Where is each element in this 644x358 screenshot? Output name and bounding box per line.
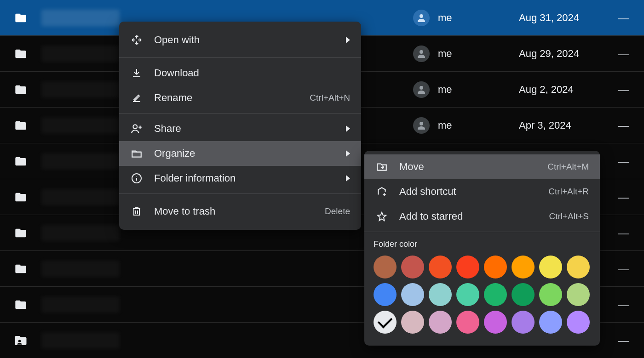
submenu-move[interactable]: Move Ctrl+Alt+M <box>364 154 600 179</box>
owner-name: me <box>438 119 452 131</box>
color-swatch[interactable] <box>484 256 507 278</box>
color-swatch[interactable] <box>456 256 479 278</box>
size-cell: — <box>611 262 633 275</box>
folder-cell <box>13 332 413 349</box>
folder-icon <box>13 191 29 204</box>
menu-open-with[interactable]: Open with <box>119 25 361 55</box>
avatar-icon <box>413 45 430 62</box>
avatar-icon <box>413 10 430 26</box>
folder-color-section: Folder color <box>364 235 600 342</box>
menu-label: Download <box>154 67 350 79</box>
color-swatch[interactable] <box>374 256 397 278</box>
size-cell: — <box>611 298 633 311</box>
color-swatch[interactable] <box>567 283 590 306</box>
date-cell: Aug 31, 2024 <box>519 12 611 24</box>
menu-shortcut: Ctrl+Alt+R <box>548 187 589 197</box>
add-shortcut-icon <box>375 185 388 198</box>
color-swatch[interactable] <box>539 283 562 306</box>
menu-share[interactable]: Share <box>119 116 361 141</box>
size-cell: — <box>611 11 633 24</box>
color-swatch[interactable] <box>456 283 479 306</box>
color-swatch[interactable] <box>484 283 507 306</box>
color-swatch[interactable] <box>374 283 397 306</box>
color-swatch[interactable] <box>429 256 452 278</box>
date-cell: Apr 3, 2024 <box>519 119 611 131</box>
size-cell: — <box>611 83 633 96</box>
menu-label: Open with <box>154 34 335 46</box>
size-cell: — <box>611 334 633 347</box>
file-name-redacted <box>41 10 120 26</box>
info-icon <box>130 172 143 185</box>
share-icon <box>130 122 143 135</box>
color-swatch[interactable] <box>567 311 590 334</box>
color-swatch[interactable] <box>512 256 535 278</box>
menu-label: Add shortcut <box>399 186 537 198</box>
file-name-redacted <box>41 45 120 62</box>
color-swatch[interactable] <box>374 311 397 334</box>
file-name-redacted <box>41 332 120 349</box>
chevron-right-icon <box>346 175 350 182</box>
menu-shortcut: Ctrl+Alt+S <box>549 211 589 222</box>
svg-point-3 <box>420 122 423 125</box>
menu-label: Move to trash <box>154 205 314 217</box>
size-cell: — <box>611 227 633 239</box>
owner-name: me <box>438 48 452 60</box>
menu-move-to-trash[interactable]: Move to trash Delete <box>119 197 361 226</box>
color-swatch[interactable] <box>429 311 452 334</box>
star-icon <box>375 210 388 223</box>
file-name-redacted <box>41 296 120 313</box>
rename-icon <box>130 91 143 104</box>
chevron-right-icon <box>346 150 350 157</box>
avatar-icon <box>413 81 430 98</box>
color-swatch[interactable] <box>456 311 479 334</box>
trash-icon <box>130 205 143 218</box>
folder-icon <box>13 11 29 24</box>
menu-shortcut: Ctrl+Alt+M <box>547 162 589 172</box>
color-swatch[interactable] <box>401 283 424 306</box>
color-swatch[interactable] <box>401 256 424 278</box>
file-name-redacted <box>41 117 120 134</box>
owner-cell: me <box>413 117 519 134</box>
size-cell: — <box>611 191 633 204</box>
svg-point-5 <box>133 125 137 129</box>
color-swatch[interactable] <box>484 311 507 334</box>
color-swatch[interactable] <box>429 283 452 306</box>
download-icon <box>130 67 143 80</box>
menu-rename[interactable]: Rename Ctrl+Alt+N <box>119 85 361 110</box>
submenu-add-shortcut[interactable]: Add shortcut Ctrl+Alt+R <box>364 179 600 204</box>
chevron-right-icon <box>346 125 350 132</box>
date-cell: Aug 2, 2024 <box>519 84 611 96</box>
menu-folder-information[interactable]: Folder information <box>119 166 361 191</box>
folder-icon <box>13 47 29 60</box>
folder-cell <box>13 261 413 277</box>
menu-label: Organize <box>154 148 335 159</box>
open-with-icon <box>130 34 143 46</box>
folder-icon <box>13 83 29 96</box>
folder-icon <box>13 227 29 239</box>
chevron-right-icon <box>346 37 350 43</box>
menu-divider <box>364 232 600 232</box>
color-swatch[interactable] <box>567 256 590 278</box>
menu-divider <box>119 57 361 58</box>
context-menu: Open with Download Rename Ctrl+Alt+N Sha… <box>119 22 361 230</box>
move-icon <box>375 160 388 173</box>
color-swatch[interactable] <box>512 283 535 306</box>
menu-download[interactable]: Download <box>119 61 361 85</box>
color-swatch[interactable] <box>401 311 424 334</box>
menu-label: Move <box>399 161 536 173</box>
menu-organize[interactable]: Organize <box>119 141 361 166</box>
folder-icon <box>13 262 29 275</box>
file-name-redacted <box>41 153 120 170</box>
color-grid <box>374 256 591 334</box>
color-swatch[interactable] <box>539 256 562 278</box>
shared-folder-icon <box>13 334 29 347</box>
owner-cell: me <box>413 10 519 26</box>
svg-point-2 <box>420 86 423 90</box>
svg-point-0 <box>420 14 423 18</box>
menu-label: Folder information <box>154 172 335 184</box>
color-swatch[interactable] <box>512 311 535 334</box>
submenu-add-to-starred[interactable]: Add to starred Ctrl+Alt+S <box>364 204 600 229</box>
file-name-redacted <box>41 189 120 205</box>
svg-point-1 <box>420 50 423 54</box>
color-swatch[interactable] <box>539 311 562 334</box>
